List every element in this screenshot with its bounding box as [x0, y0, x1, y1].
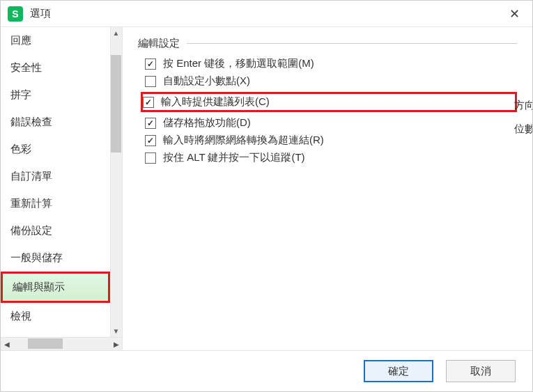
app-icon: S — [8, 6, 23, 22]
sidebar-item-8[interactable]: 拼字 — [1, 81, 110, 109]
option-row-3: 儲存格拖放功能(D) — [145, 116, 517, 130]
sidebar-item-5[interactable]: 自訂清單 — [1, 163, 110, 190]
dialog-body: 回應安全性拼字錯誤檢查色彩自訂清單重新計算備份設定一般與儲存編輯與顯示檢視 ▲ … — [1, 27, 532, 351]
cancel-button[interactable]: 取消 — [446, 360, 516, 382]
digits-label: 位數(P): — [514, 123, 532, 136]
sidebar-panel: 回應安全性拼字錯誤檢查色彩自訂清單重新計算備份設定一般與儲存編輯與顯示檢視 ▲ … — [1, 27, 123, 350]
sidebar-vscrollbar[interactable]: ▲ ▼ — [110, 27, 122, 337]
option-row-0: 按 Enter 键後，移動選取範圍(M) — [145, 57, 517, 70]
sidebar-hscrollbar[interactable]: ◀ ▶ — [1, 337, 122, 350]
sidebar-item-4[interactable]: 重新計算 — [1, 190, 110, 217]
option-label-1: 自動設定小數點(X) — [163, 75, 250, 88]
sidebar-item-3[interactable]: 備份設定 — [1, 217, 110, 244]
direction-label: 方向(I): — [514, 99, 532, 112]
options-dialog: S 選項 ✕ 回應安全性拼字錯誤檢查色彩自訂清單重新計算備份設定一般與儲存編輯與… — [0, 0, 533, 392]
group-divider — [187, 43, 517, 44]
sidebar-vscroll-thumb[interactable] — [111, 55, 121, 152]
option-checkbox-3[interactable] — [145, 118, 156, 129]
sidebar-item-1[interactable]: 編輯與顯示 — [1, 272, 110, 303]
scroll-right-icon[interactable]: ▶ — [110, 340, 122, 348]
option-row-1: 自動設定小數點(X) — [145, 75, 517, 88]
sidebar-item-9[interactable]: 安全性 — [1, 54, 110, 81]
group-header: 編輯設定 — [138, 37, 517, 50]
close-icon[interactable]: ✕ — [504, 6, 525, 22]
sidebar-item-10[interactable]: 回應 — [1, 27, 110, 54]
titlebar: S 選項 ✕ — [1, 1, 532, 27]
scroll-up-icon[interactable]: ▲ — [110, 27, 122, 39]
sidebar-item-2[interactable]: 一般與儲存 — [1, 244, 110, 272]
sidebar-hscroll-track[interactable] — [13, 338, 110, 350]
sidebar-item-0[interactable]: 檢視 — [1, 303, 110, 330]
option-row-4: 輸入時將網際網絡轉換為超連結(R) — [145, 134, 517, 147]
option-row-2: 輸入時提供建議列表(C) — [141, 92, 517, 112]
sidebar-hscroll-thumb[interactable] — [28, 338, 63, 349]
dialog-footer: 確定 取消 — [1, 351, 532, 391]
option-label-2: 輸入時提供建議列表(C) — [161, 95, 270, 109]
option-row-5: 按住 ALT 鍵并按一下以追蹤(T) — [145, 151, 517, 164]
option-label-5: 按住 ALT 鍵并按一下以追蹤(T) — [163, 151, 305, 164]
sidebar-list: 回應安全性拼字錯誤檢查色彩自訂清單重新計算備份設定一般與儲存編輯與顯示檢視 ▲ … — [1, 27, 122, 337]
group-title: 編輯設定 — [138, 37, 180, 50]
option-checkbox-5[interactable] — [145, 152, 156, 164]
scroll-down-icon[interactable]: ▼ — [110, 325, 122, 337]
option-checkbox-4[interactable] — [145, 135, 156, 146]
content-panel: 編輯設定 按 Enter 键後，移動選取範圍(M)自動設定小數點(X)輸入時提供… — [123, 27, 532, 350]
option-checkbox-0[interactable] — [145, 58, 156, 70]
option-label-4: 輸入時將網際網絡轉換為超連結(R) — [163, 134, 324, 147]
option-checkbox-2[interactable] — [143, 97, 154, 108]
right-column: 方向(I): 下 ▼ 位數(P): 2 ▲ ▼ — [514, 97, 532, 137]
option-label-0: 按 Enter 键後，移動選取範圍(M) — [163, 57, 314, 70]
option-label-3: 儲存格拖放功能(D) — [163, 116, 251, 130]
window-title: 選項 — [30, 7, 504, 20]
sidebar-item-6[interactable]: 色彩 — [1, 136, 110, 163]
option-checkbox-1[interactable] — [145, 76, 156, 87]
sidebar-item-7[interactable]: 錯誤檢查 — [1, 109, 110, 136]
ok-button[interactable]: 確定 — [364, 360, 433, 382]
scroll-left-icon[interactable]: ◀ — [1, 340, 13, 348]
